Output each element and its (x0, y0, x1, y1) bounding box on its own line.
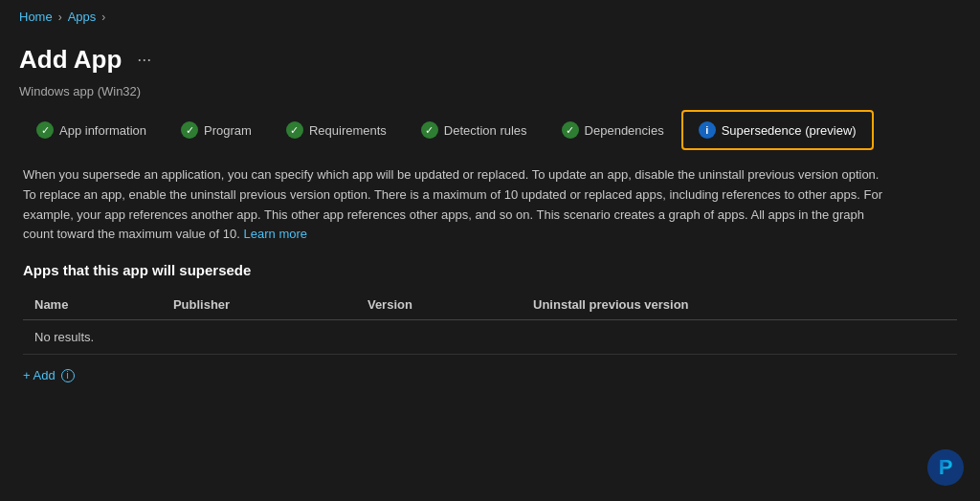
col-header-version: Version (356, 290, 522, 320)
breadcrumb-apps[interactable]: Apps (68, 10, 97, 24)
page-header: Add App ··· (0, 33, 980, 84)
tab-detection-rules[interactable]: ✓ Detection rules (404, 110, 545, 150)
tab-label-requirements: Requirements (309, 123, 387, 138)
col-header-uninstall: Uninstall previous version (522, 290, 957, 320)
col-header-publisher: Publisher (162, 290, 356, 320)
ellipsis-menu-button[interactable]: ··· (131, 48, 157, 72)
tab-label-detection-rules: Detection rules (444, 123, 527, 138)
learn-more-link[interactable]: Learn more (244, 227, 307, 241)
tab-program[interactable]: ✓ Program (164, 110, 269, 150)
tab-check-app-information: ✓ (36, 121, 54, 139)
logo-bottom-right: P (926, 448, 965, 490)
table-empty-message: No results. (23, 320, 957, 355)
svg-text:P: P (939, 455, 953, 479)
tabs-container: ✓ App information ✓ Program ✓ Requiremen… (0, 110, 980, 150)
tab-check-detection-rules: ✓ (421, 121, 438, 139)
tab-label-dependencies: Dependencies (585, 123, 664, 138)
col-header-name: Name (23, 290, 162, 320)
supersedence-table: Name Publisher Version Uninstall previou… (23, 290, 957, 355)
breadcrumb: Home › Apps › (0, 0, 980, 33)
breadcrumb-home[interactable]: Home (19, 10, 53, 24)
breadcrumb-sep-2: › (101, 11, 105, 24)
tab-check-dependencies: ✓ (562, 121, 579, 139)
tab-supersedence[interactable]: i Supersedence (preview) (681, 110, 874, 150)
tab-label-app-information: App information (59, 123, 146, 138)
tab-app-information[interactable]: ✓ App information (19, 110, 164, 150)
page-title: Add App (19, 45, 122, 75)
tab-label-supersedence: Supersedence (preview) (722, 123, 857, 138)
page-subtitle: Windows app (Win32) (0, 84, 980, 110)
add-info-icon: i (61, 369, 75, 382)
tab-info-supersedence: i (699, 121, 716, 139)
section-title: Apps that this app will supersede (23, 262, 957, 278)
tab-label-program: Program (204, 123, 252, 138)
app-logo: P (926, 448, 965, 487)
add-button-label: + Add (23, 368, 56, 382)
breadcrumb-sep-1: › (58, 11, 62, 24)
table-empty-row: No results. (23, 320, 957, 355)
tab-requirements[interactable]: ✓ Requirements (269, 110, 404, 150)
content-area: When you supersede an application, you c… (0, 150, 980, 398)
description-text: When you supersede an application, you c… (23, 165, 884, 245)
tab-check-requirements: ✓ (286, 121, 303, 139)
tab-check-program: ✓ (181, 121, 198, 139)
add-button[interactable]: + Add i (23, 368, 75, 382)
tab-dependencies[interactable]: ✓ Dependencies (545, 110, 681, 150)
